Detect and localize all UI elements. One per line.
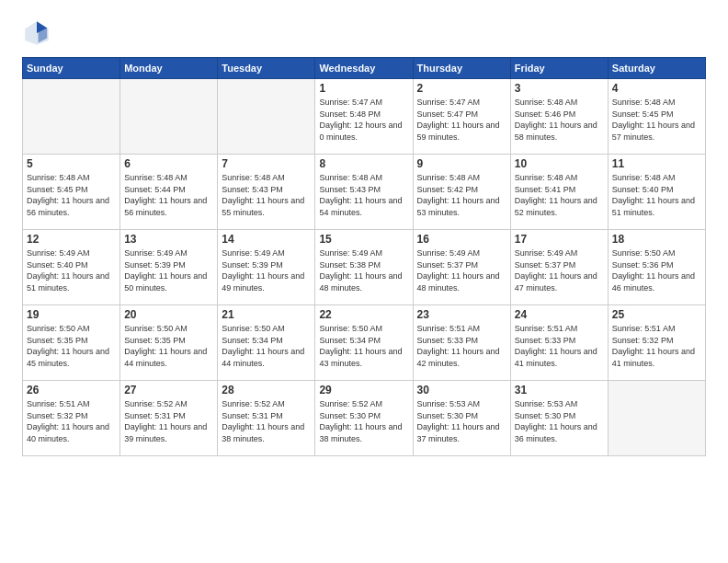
day-number: 2 (417, 82, 506, 95)
calendar-cell: 21Sunrise: 5:50 AMSunset: 5:34 PMDayligh… (218, 305, 315, 381)
calendar-cell: 25Sunrise: 5:51 AMSunset: 5:32 PMDayligh… (608, 305, 705, 381)
day-number: 14 (222, 233, 311, 246)
cell-info: Sunrise: 5:48 AMSunset: 5:44 PMDaylight:… (124, 172, 213, 218)
day-number: 31 (515, 384, 604, 396)
calendar-cell: 15Sunrise: 5:49 AMSunset: 5:38 PMDayligh… (315, 230, 413, 305)
calendar-cell: 20Sunrise: 5:50 AMSunset: 5:35 PMDayligh… (120, 305, 218, 381)
day-number: 10 (515, 157, 604, 170)
day-number: 24 (515, 308, 604, 321)
logo (22, 18, 55, 48)
day-number: 18 (612, 233, 701, 246)
logo-icon (22, 18, 51, 48)
calendar-cell: 30Sunrise: 5:53 AMSunset: 5:30 PMDayligh… (413, 381, 510, 456)
cell-info: Sunrise: 5:50 AMSunset: 5:36 PMDaylight:… (612, 247, 701, 293)
cell-info: Sunrise: 5:51 AMSunset: 5:32 PMDaylight:… (27, 398, 116, 444)
cell-info: Sunrise: 5:49 AMSunset: 5:40 PMDaylight:… (27, 247, 116, 293)
calendar-cell: 11Sunrise: 5:48 AMSunset: 5:40 PMDayligh… (608, 155, 705, 230)
calendar-cell: 9Sunrise: 5:48 AMSunset: 5:42 PMDaylight… (413, 155, 510, 230)
day-header-friday: Friday (510, 58, 608, 79)
calendar-week-1: 5Sunrise: 5:48 AMSunset: 5:45 PMDaylight… (23, 155, 706, 230)
calendar-cell: 17Sunrise: 5:49 AMSunset: 5:37 PMDayligh… (510, 230, 608, 305)
cell-info: Sunrise: 5:48 AMSunset: 5:41 PMDaylight:… (515, 172, 604, 218)
calendar-week-0: 1Sunrise: 5:47 AMSunset: 5:48 PMDaylight… (23, 79, 706, 155)
day-number: 4 (612, 82, 701, 95)
calendar-cell: 7Sunrise: 5:48 AMSunset: 5:43 PMDaylight… (218, 155, 315, 230)
calendar-cell (23, 79, 120, 155)
day-number: 26 (27, 384, 116, 396)
day-number: 29 (319, 384, 408, 396)
cell-info: Sunrise: 5:49 AMSunset: 5:37 PMDaylight:… (515, 247, 604, 293)
day-header-saturday: Saturday (608, 58, 705, 79)
calendar-cell: 4Sunrise: 5:48 AMSunset: 5:45 PMDaylight… (608, 79, 705, 155)
cell-info: Sunrise: 5:51 AMSunset: 5:32 PMDaylight:… (612, 323, 701, 369)
calendar-cell: 14Sunrise: 5:49 AMSunset: 5:39 PMDayligh… (218, 230, 315, 305)
cell-info: Sunrise: 5:50 AMSunset: 5:35 PMDaylight:… (124, 323, 213, 369)
calendar-cell: 13Sunrise: 5:49 AMSunset: 5:39 PMDayligh… (120, 230, 218, 305)
day-number: 8 (319, 157, 408, 170)
cell-info: Sunrise: 5:48 AMSunset: 5:46 PMDaylight:… (515, 97, 604, 143)
cell-info: Sunrise: 5:48 AMSunset: 5:40 PMDaylight:… (612, 172, 701, 218)
day-number: 25 (612, 308, 701, 321)
cell-info: Sunrise: 5:53 AMSunset: 5:30 PMDaylight:… (515, 398, 604, 444)
cell-info: Sunrise: 5:51 AMSunset: 5:33 PMDaylight:… (515, 323, 604, 369)
calendar-cell: 23Sunrise: 5:51 AMSunset: 5:33 PMDayligh… (413, 305, 510, 381)
day-number: 21 (222, 308, 311, 321)
calendar-header-row: SundayMondayTuesdayWednesdayThursdayFrid… (23, 58, 706, 79)
calendar-cell: 28Sunrise: 5:52 AMSunset: 5:31 PMDayligh… (218, 381, 315, 456)
calendar-week-4: 26Sunrise: 5:51 AMSunset: 5:32 PMDayligh… (23, 381, 706, 456)
calendar-cell: 18Sunrise: 5:50 AMSunset: 5:36 PMDayligh… (608, 230, 705, 305)
calendar-week-3: 19Sunrise: 5:50 AMSunset: 5:35 PMDayligh… (23, 305, 706, 381)
day-number: 7 (222, 157, 311, 170)
day-number: 22 (319, 308, 408, 321)
cell-info: Sunrise: 5:49 AMSunset: 5:37 PMDaylight:… (417, 247, 506, 293)
cell-info: Sunrise: 5:47 AMSunset: 5:47 PMDaylight:… (417, 97, 506, 143)
header (22, 18, 706, 48)
day-number: 16 (417, 233, 506, 246)
day-number: 11 (612, 157, 701, 170)
day-number: 20 (124, 308, 213, 321)
day-number: 28 (222, 384, 311, 396)
day-number: 30 (417, 384, 506, 396)
cell-info: Sunrise: 5:52 AMSunset: 5:31 PMDaylight:… (222, 398, 311, 444)
calendar-cell: 2Sunrise: 5:47 AMSunset: 5:47 PMDaylight… (413, 79, 510, 155)
calendar-cell: 12Sunrise: 5:49 AMSunset: 5:40 PMDayligh… (23, 230, 120, 305)
day-number: 27 (124, 384, 213, 396)
day-number: 13 (124, 233, 213, 246)
cell-info: Sunrise: 5:49 AMSunset: 5:39 PMDaylight:… (124, 247, 213, 293)
calendar-cell (120, 79, 218, 155)
cell-info: Sunrise: 5:47 AMSunset: 5:48 PMDaylight:… (319, 97, 408, 143)
calendar-cell: 6Sunrise: 5:48 AMSunset: 5:44 PMDaylight… (120, 155, 218, 230)
day-number: 1 (319, 82, 408, 95)
day-number: 3 (515, 82, 604, 95)
day-header-tuesday: Tuesday (218, 58, 315, 79)
page: SundayMondayTuesdayWednesdayThursdayFrid… (0, 0, 728, 563)
calendar-cell: 29Sunrise: 5:52 AMSunset: 5:30 PMDayligh… (315, 381, 413, 456)
cell-info: Sunrise: 5:50 AMSunset: 5:35 PMDaylight:… (27, 323, 116, 369)
calendar-cell (608, 381, 705, 456)
calendar-cell: 31Sunrise: 5:53 AMSunset: 5:30 PMDayligh… (510, 381, 608, 456)
calendar-cell: 16Sunrise: 5:49 AMSunset: 5:37 PMDayligh… (413, 230, 510, 305)
cell-info: Sunrise: 5:53 AMSunset: 5:30 PMDaylight:… (417, 398, 506, 444)
cell-info: Sunrise: 5:48 AMSunset: 5:45 PMDaylight:… (27, 172, 116, 218)
cell-info: Sunrise: 5:48 AMSunset: 5:43 PMDaylight:… (222, 172, 311, 218)
cell-info: Sunrise: 5:50 AMSunset: 5:34 PMDaylight:… (222, 323, 311, 369)
calendar-cell: 27Sunrise: 5:52 AMSunset: 5:31 PMDayligh… (120, 381, 218, 456)
day-header-thursday: Thursday (413, 58, 510, 79)
cell-info: Sunrise: 5:48 AMSunset: 5:42 PMDaylight:… (417, 172, 506, 218)
cell-info: Sunrise: 5:48 AMSunset: 5:43 PMDaylight:… (319, 172, 408, 218)
cell-info: Sunrise: 5:49 AMSunset: 5:39 PMDaylight:… (222, 247, 311, 293)
calendar-cell: 19Sunrise: 5:50 AMSunset: 5:35 PMDayligh… (23, 305, 120, 381)
calendar: SundayMondayTuesdayWednesdayThursdayFrid… (22, 57, 706, 456)
cell-info: Sunrise: 5:48 AMSunset: 5:45 PMDaylight:… (612, 97, 701, 143)
calendar-cell: 8Sunrise: 5:48 AMSunset: 5:43 PMDaylight… (315, 155, 413, 230)
day-number: 19 (27, 308, 116, 321)
calendar-cell: 1Sunrise: 5:47 AMSunset: 5:48 PMDaylight… (315, 79, 413, 155)
cell-info: Sunrise: 5:52 AMSunset: 5:30 PMDaylight:… (319, 398, 408, 444)
calendar-cell (218, 79, 315, 155)
cell-info: Sunrise: 5:52 AMSunset: 5:31 PMDaylight:… (124, 398, 213, 444)
calendar-week-2: 12Sunrise: 5:49 AMSunset: 5:40 PMDayligh… (23, 230, 706, 305)
day-number: 5 (27, 157, 116, 170)
day-header-wednesday: Wednesday (315, 58, 413, 79)
calendar-cell: 24Sunrise: 5:51 AMSunset: 5:33 PMDayligh… (510, 305, 608, 381)
day-number: 15 (319, 233, 408, 246)
